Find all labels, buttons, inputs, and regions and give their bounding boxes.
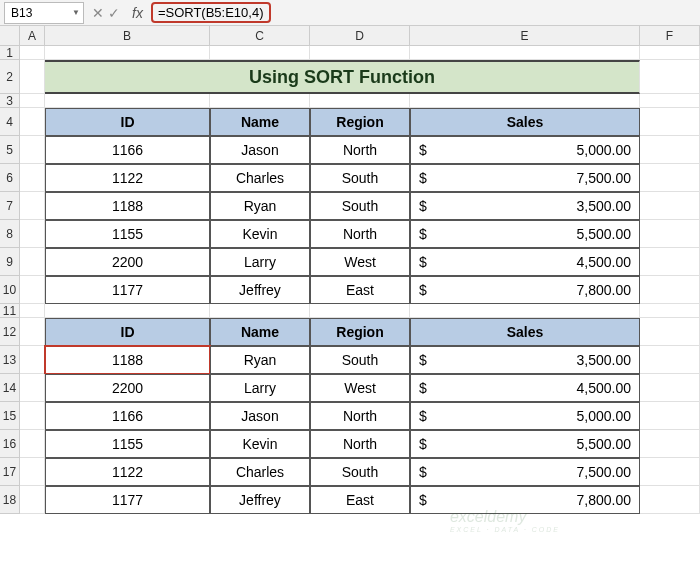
cell[interactable] [20, 374, 45, 402]
t2-name: Ryan [210, 346, 310, 374]
row-headers: 123456789101112131415161718 [0, 46, 20, 514]
row-header-8[interactable]: 8 [0, 220, 20, 248]
chevron-down-icon[interactable]: ▼ [72, 8, 80, 17]
row-header-6[interactable]: 6 [0, 164, 20, 192]
cell[interactable] [20, 94, 45, 108]
cell[interactable] [20, 60, 45, 94]
cell[interactable] [410, 304, 640, 318]
col-header-A[interactable]: A [20, 26, 45, 46]
row-header-10[interactable]: 10 [0, 276, 20, 304]
row-header-7[interactable]: 7 [0, 192, 20, 220]
cell[interactable] [20, 136, 45, 164]
cell[interactable] [20, 108, 45, 136]
select-all-corner[interactable] [0, 26, 20, 46]
cell[interactable] [20, 46, 45, 60]
formula-input[interactable]: =SORT(B5:E10,4) [147, 2, 700, 24]
cell[interactable] [310, 46, 410, 60]
cell[interactable] [640, 248, 700, 276]
row-header-5[interactable]: 5 [0, 136, 20, 164]
row-header-2[interactable]: 2 [0, 60, 20, 94]
cell[interactable] [20, 486, 45, 514]
cell[interactable] [20, 318, 45, 346]
row-header-15[interactable]: 15 [0, 402, 20, 430]
cell[interactable] [20, 164, 45, 192]
enter-icon[interactable]: ✓ [108, 5, 120, 21]
cell[interactable] [640, 402, 700, 430]
t2-name: Jason [210, 402, 310, 430]
t1-id: 2200 [45, 248, 210, 276]
cell[interactable] [210, 94, 310, 108]
cell[interactable] [410, 46, 640, 60]
row-header-17[interactable]: 17 [0, 458, 20, 486]
cell[interactable] [20, 458, 45, 486]
cell[interactable] [20, 192, 45, 220]
active-cell[interactable]: 1188 [45, 346, 210, 374]
t2-name: Kevin [210, 430, 310, 458]
t2-id[interactable]: 1177 [45, 486, 210, 514]
row-header-12[interactable]: 12 [0, 318, 20, 346]
cell[interactable] [640, 346, 700, 374]
cell[interactable] [410, 94, 640, 108]
fx-icon[interactable]: fx [128, 5, 147, 21]
cell[interactable] [210, 304, 310, 318]
row-header-18[interactable]: 18 [0, 486, 20, 514]
cell[interactable] [20, 248, 45, 276]
cell[interactable] [20, 304, 45, 318]
t2-id[interactable]: 1122 [45, 458, 210, 486]
name-box[interactable]: B13 ▼ [4, 2, 84, 24]
row-header-9[interactable]: 9 [0, 248, 20, 276]
col-header-C[interactable]: C [210, 26, 310, 46]
cell[interactable] [640, 458, 700, 486]
row-header-1[interactable]: 1 [0, 46, 20, 60]
cell[interactable] [210, 46, 310, 60]
row-header-11[interactable]: 11 [0, 304, 20, 318]
t2-id[interactable]: 2200 [45, 374, 210, 402]
col-header-D[interactable]: D [310, 26, 410, 46]
row-header-16[interactable]: 16 [0, 430, 20, 458]
t2-id[interactable]: 1166 [45, 402, 210, 430]
cell[interactable] [45, 94, 210, 108]
cell[interactable] [310, 94, 410, 108]
cell[interactable] [640, 164, 700, 192]
cell[interactable] [310, 304, 410, 318]
cell[interactable] [640, 486, 700, 514]
cell[interactable] [640, 136, 700, 164]
cell[interactable] [20, 220, 45, 248]
cell[interactable] [45, 46, 210, 60]
row-header-4[interactable]: 4 [0, 108, 20, 136]
col-header-F[interactable]: F [640, 26, 700, 46]
cell[interactable] [640, 192, 700, 220]
cell[interactable] [640, 94, 700, 108]
cell[interactable] [640, 108, 700, 136]
row-header-14[interactable]: 14 [0, 374, 20, 402]
t1-sales: $7,800.00 [410, 276, 640, 304]
t1-header-name: Name [210, 108, 310, 136]
cell[interactable] [640, 374, 700, 402]
cell[interactable] [640, 430, 700, 458]
cell[interactable] [640, 318, 700, 346]
name-box-value: B13 [11, 6, 32, 20]
col-header-B[interactable]: B [45, 26, 210, 46]
cell[interactable] [20, 346, 45, 374]
col-header-E[interactable]: E [410, 26, 640, 46]
t2-id[interactable]: 1155 [45, 430, 210, 458]
t1-id: 1177 [45, 276, 210, 304]
cell[interactable] [20, 430, 45, 458]
t2-sales: $7,800.00 [410, 486, 640, 514]
cell[interactable] [640, 304, 700, 318]
cancel-icon[interactable]: ✕ [92, 5, 104, 21]
row-header-13[interactable]: 13 [0, 346, 20, 374]
t1-id: 1122 [45, 164, 210, 192]
row-header-3[interactable]: 3 [0, 94, 20, 108]
cell[interactable] [20, 276, 45, 304]
cell[interactable] [20, 402, 45, 430]
cell[interactable] [640, 60, 700, 94]
cell[interactable] [640, 220, 700, 248]
t2-name: Charles [210, 458, 310, 486]
cell-grid[interactable]: Using SORT FunctionIDNameRegionSales1166… [20, 46, 700, 514]
cell[interactable] [640, 276, 700, 304]
cell[interactable] [45, 304, 210, 318]
t1-region: North [310, 220, 410, 248]
t2-header-sales: Sales [410, 318, 640, 346]
cell[interactable] [640, 46, 700, 60]
